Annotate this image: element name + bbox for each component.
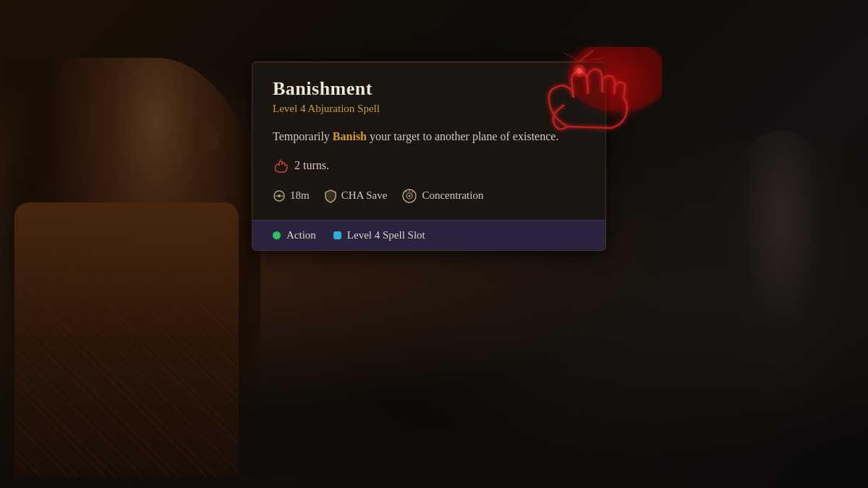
svg-point-12 xyxy=(409,194,411,197)
action-label: Action xyxy=(286,229,316,241)
character-left xyxy=(0,58,260,477)
svg-point-9 xyxy=(278,194,281,197)
description-highlight: Banish xyxy=(333,130,367,142)
footer-spell-slot: Level 4 Spell Slot xyxy=(333,229,425,241)
spell-description: Temporarily Banish your target to anothe… xyxy=(273,128,585,146)
spell-title: Banishment xyxy=(273,78,585,100)
stat-concentration: Concentration xyxy=(401,188,483,204)
stats-row: 18m CHA Save xyxy=(273,188,585,204)
svg-line-14 xyxy=(406,190,407,192)
turns-row: 2 turns. xyxy=(273,158,585,174)
shield-icon xyxy=(324,189,337,203)
action-dot xyxy=(273,231,281,239)
range-icon xyxy=(273,189,286,202)
spell-slot-label: Level 4 Spell Slot xyxy=(347,229,425,241)
description-suffix: your target to another plane of existenc… xyxy=(367,130,558,142)
footer-action: Action xyxy=(273,229,316,241)
tooltip-card: Banishment Level 4 Abjuration Spell Temp… xyxy=(252,61,606,251)
tooltip-main: Banishment Level 4 Abjuration Spell Temp… xyxy=(252,62,605,220)
description-prefix: Temporarily xyxy=(273,130,333,142)
character-right xyxy=(709,130,854,419)
concentration-label: Concentration xyxy=(422,189,483,202)
stat-range: 18m xyxy=(273,189,310,202)
turns-text: 2 turns. xyxy=(294,159,329,172)
turns-hand-icon xyxy=(273,158,289,174)
svg-line-15 xyxy=(412,190,414,192)
spell-slot-dot xyxy=(333,231,341,239)
concentration-icon xyxy=(401,188,417,204)
range-value: 18m xyxy=(290,189,310,202)
svg-point-6 xyxy=(279,159,282,162)
cha-save-label: CHA Save xyxy=(341,189,388,202)
spell-subtitle: Level 4 Abjuration Spell xyxy=(273,103,585,115)
tooltip-footer: Action Level 4 Spell Slot xyxy=(252,220,605,250)
stat-cha-save: CHA Save xyxy=(324,189,388,203)
